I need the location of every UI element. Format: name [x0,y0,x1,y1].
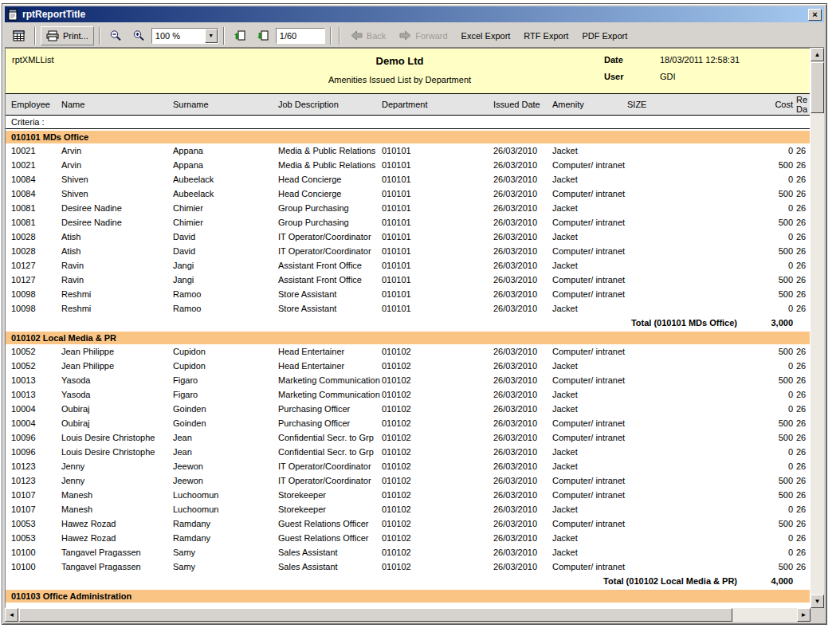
horizontal-scrollbar[interactable]: ◄ ► [5,608,811,622]
cell: Luchoomun [171,502,277,516]
zoom-in-button[interactable] [128,26,149,45]
cell: 26 [795,445,811,459]
cell: 26/03/2010 [492,473,551,488]
cell: David [171,244,277,258]
cell: 26/03/2010 [492,416,551,430]
cell: 26 [795,502,811,516]
total-value: 4,000 [740,574,795,588]
rtf-export-button[interactable]: RTF Export [518,26,574,45]
cell: Computer/ intranet [551,158,626,172]
cell: 010102 [380,373,492,387]
cell [626,158,740,172]
cell: 26/03/2010 [492,373,551,387]
date-value: 18/03/2011 12:58:31 [660,55,803,65]
table-row: 10053Hawez RozadRamdanyGuest Relations O… [6,531,810,545]
grid-icon [13,30,26,41]
cell: Jacket [551,143,626,158]
cell: 010101 [380,301,492,316]
cell: Store Assistant [277,287,380,301]
cell: Cupidon [171,359,277,373]
user-label: User [604,72,660,81]
cell: Louis Desire Christophe [60,445,171,459]
cell: Computer/ intranet [551,488,626,502]
cell: Jacket [551,359,626,373]
next-page-button[interactable] [253,26,273,45]
forward-button[interactable]: Forward [394,26,453,45]
cell: 010102 [380,445,492,459]
cell: 26 [795,172,811,186]
cell: Samy [171,559,277,574]
cell: Jean [171,445,277,459]
cell: Yasoda [60,387,171,402]
zoom-combobox[interactable]: 100 % ▼ [151,28,218,44]
cell: 0 [740,143,795,158]
table-row: 10107ManeshLuchoomunStorekeeper01010226/… [6,502,810,516]
cell: 10084 [6,186,60,201]
scroll-down-button[interactable]: ▼ [811,595,824,608]
horizontal-scroll-thumb[interactable] [19,608,732,622]
cell: 10028 [6,244,60,258]
cell: 10127 [6,258,60,273]
cell: 26 [795,402,811,416]
cell: 500 [740,488,795,502]
table-row: 10096Louis Desire ChristopheJeanConfiden… [6,430,810,445]
cell: 26 [795,387,811,402]
cell: Tangavel Pragassen [60,545,171,559]
cell: 010101 [380,172,492,186]
chevron-down-icon[interactable]: ▼ [205,29,218,43]
cell [626,172,740,186]
report-header-meta: Date 18/03/2011 12:58:31 User GDI [604,55,803,90]
page-number-input[interactable] [276,28,325,44]
zoom-out-button[interactable] [105,26,126,45]
cell: Computer/ intranet [551,344,626,359]
close-button[interactable]: × [808,9,822,21]
cell: 500 [740,158,795,172]
previous-page-button[interactable] [230,26,250,45]
print-button[interactable]: Print... [41,26,94,45]
table-row: 10127RavinJangiAssistant Front Office010… [6,273,810,287]
vertical-scroll-thumb[interactable] [811,62,824,113]
scroll-up-button[interactable]: ▲ [811,48,824,61]
cell: Store Assistant [277,301,380,316]
pdf-export-button[interactable]: PDF Export [576,26,633,45]
cell: 10053 [6,516,60,531]
group-tree-button[interactable] [9,26,29,45]
column-header: Cost [740,100,795,109]
cell: 500 [740,287,795,301]
cell: Ramdany [171,531,277,545]
up-arrow-icon: ▲ [814,51,821,58]
cell: Sales Assistant [277,559,380,574]
cell: 10107 [6,502,60,516]
cell: 26 [795,287,811,301]
cell [626,359,740,373]
cell: Jacket [551,230,626,244]
table-row: 10004OubirajGoindenPurchasing Officer010… [6,402,810,416]
criteria-row: Criteria : [6,116,810,129]
cell [626,516,740,531]
toolbar-separator [99,27,100,45]
cell: Tangavel Pragassen [60,559,171,574]
table-row: 10052Jean PhilippeCupidonHead Entertaine… [6,344,810,359]
vertical-scroll-track[interactable] [811,113,824,595]
report-window: rptReportTitle × [2,3,827,625]
zoom-value: 100 % [152,29,205,43]
scroll-left-button[interactable]: ◄ [5,608,18,622]
cell: 010102 [380,359,492,373]
scroll-right-button[interactable]: ► [797,608,811,622]
cell: 10100 [6,559,60,574]
cell: Jean Philippe [60,359,171,373]
cell: 26/03/2010 [492,344,551,359]
cell: Computer/ intranet [551,186,626,201]
cell: 010102 [380,430,492,445]
title-bar[interactable]: rptReportTitle × [5,6,824,22]
horizontal-scroll-track[interactable] [732,608,797,622]
cell: 26/03/2010 [492,531,551,545]
excel-export-button[interactable]: Excel Export [456,26,516,45]
cell [626,201,740,215]
cell [626,215,740,230]
cell: Aubeelack [171,186,277,201]
cell [626,559,740,574]
cell: David [171,230,277,244]
back-button[interactable]: Back [345,26,391,45]
vertical-scrollbar[interactable]: ▲ ▼ [811,48,824,608]
